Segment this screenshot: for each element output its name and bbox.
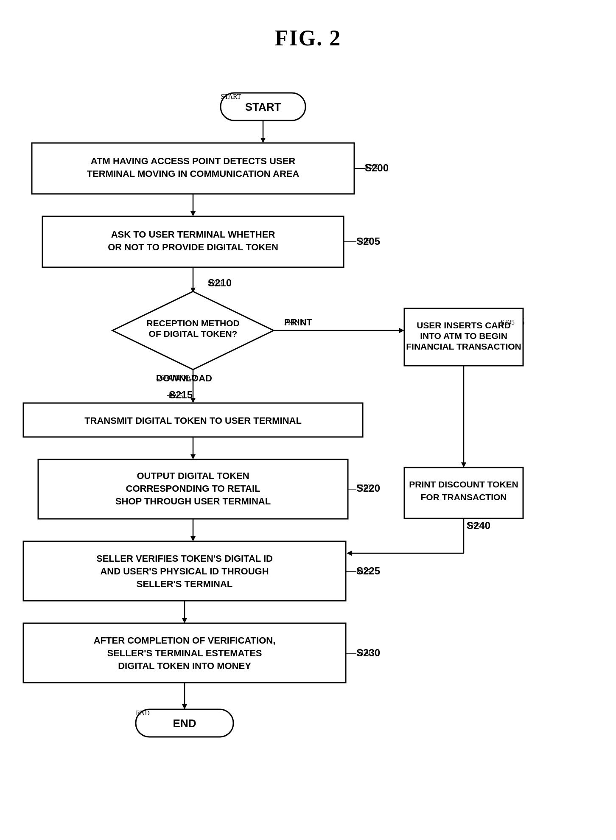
s230-node bbox=[23, 623, 346, 683]
s215-label: S215 bbox=[169, 392, 183, 400]
svg-marker-30 bbox=[190, 454, 196, 459]
start-node: START bbox=[221, 93, 305, 120]
svg-marker-71 bbox=[182, 704, 187, 709]
s210-label: S210 bbox=[208, 280, 222, 287]
s235-label: S235 bbox=[501, 319, 515, 326]
svg-marker-55 bbox=[347, 551, 352, 556]
s230-label: S230 bbox=[356, 649, 370, 656]
svg-marker-63 bbox=[182, 618, 187, 623]
s205-node bbox=[42, 216, 344, 267]
svg-marker-10 bbox=[190, 211, 196, 216]
diagram-container: START ATM HAVING ACCESS POINT DETECTS US… bbox=[0, 59, 616, 840]
svg-marker-42 bbox=[399, 328, 404, 333]
end-node: END bbox=[136, 709, 233, 737]
svg-marker-38 bbox=[190, 536, 196, 541]
s220-node bbox=[38, 459, 348, 519]
s240-node bbox=[404, 468, 523, 518]
s200-node bbox=[32, 143, 354, 194]
s205-label: S205 bbox=[356, 237, 370, 245]
s235-node bbox=[404, 308, 523, 366]
page-title: FIG. 2 bbox=[0, 0, 616, 50]
print-label: PRINT bbox=[284, 319, 304, 326]
s200-label: S200 bbox=[365, 163, 379, 171]
svg-marker-26 bbox=[190, 398, 196, 403]
download-label: DOWNLOAD bbox=[156, 374, 196, 381]
s220-label: S220 bbox=[356, 483, 370, 491]
s225-node bbox=[23, 541, 346, 601]
svg-marker-48 bbox=[461, 462, 466, 468]
svg-marker-3 bbox=[260, 138, 266, 143]
s225-label: S225 bbox=[356, 568, 370, 576]
s210-diamond bbox=[112, 291, 274, 370]
s240-label: S240 bbox=[467, 521, 481, 529]
s215-node bbox=[23, 403, 363, 437]
